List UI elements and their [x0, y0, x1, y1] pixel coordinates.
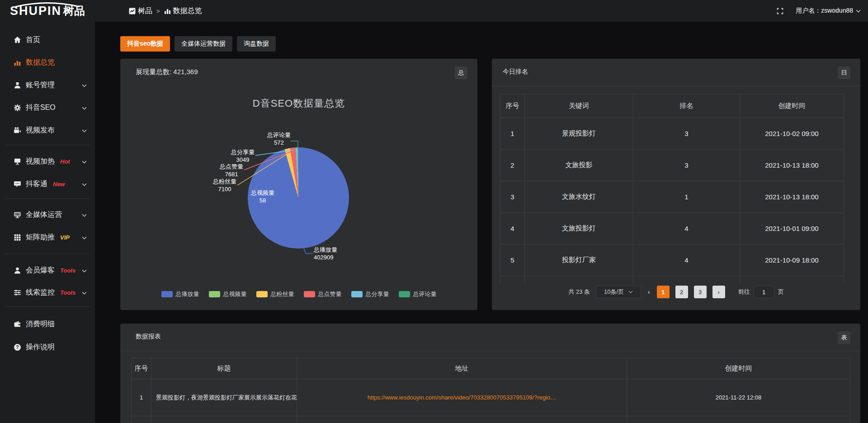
sidebar-item-data-overview[interactable]: 数据总览	[0, 51, 95, 74]
pie-label-shares: 总分享量 3049	[231, 148, 255, 164]
sidebar-item-home[interactable]: 首页	[0, 28, 95, 51]
sidebar-item-member-burst[interactable]: 会员爆客 Tools	[0, 259, 95, 282]
new-badge: New	[53, 181, 65, 188]
tab-douyin-seo[interactable]: 抖音seo数据	[120, 36, 170, 52]
user-menu[interactable]: 用户名：zswodun88	[796, 7, 861, 15]
sidebar-item-account[interactable]: 账号管理	[0, 74, 95, 96]
gear-icon	[14, 104, 21, 112]
fullscreen-icon[interactable]	[776, 7, 784, 15]
tab-omnimedia-data[interactable]: 全媒体运营数据	[175, 36, 232, 52]
sidebar-item-omnimedia[interactable]: 全媒体运营	[0, 203, 95, 226]
legend-item-likes[interactable]: 总点赞量	[304, 290, 342, 298]
pagination: 共 23 条 10条/页 ‹ 1 2 3 › 前往 页	[492, 286, 860, 298]
data-report-card: 数据报表 表 序号 标题 地址 创建时间 1 景观投影灯，夜游景观投影灯厂家展示…	[120, 324, 860, 423]
breadcrumb-separator: >	[156, 8, 160, 14]
table-row: 1 景观投影灯，夜游景观投影灯厂家展示展示落花灯在花园里的灯光投影应用效果 # …	[132, 379, 850, 416]
table-header-row: 序号 标题 地址 创建时间	[132, 358, 850, 379]
app-logo[interactable]: SHUPIN 树品	[10, 1, 100, 20]
page-button-3[interactable]: 3	[694, 286, 707, 298]
legend-swatch	[256, 291, 268, 297]
chevron-down-icon	[82, 81, 87, 89]
next-page-button[interactable]: ›	[712, 286, 725, 298]
impressions-total: 展现量总数: 421,369	[136, 68, 198, 76]
sidebar-divider	[5, 145, 90, 145]
page-button-2[interactable]: 2	[675, 286, 688, 298]
sidebar-item-consumption[interactable]: 消费明细	[0, 313, 95, 335]
day-view-badge[interactable]: 日	[838, 66, 850, 79]
goto-label: 前往	[738, 288, 750, 296]
sidebar-item-douketong[interactable]: 抖客通 New	[0, 173, 95, 195]
pie-label-plays: 总播放量 402909	[314, 246, 337, 261]
chevron-down-icon	[82, 233, 87, 241]
data-tabs: 抖音seo数据 全媒体运营数据 询盘数据	[120, 36, 276, 52]
legend-item-shares[interactable]: 总分享量	[351, 290, 389, 298]
pie-label-videos: 总视频量 58	[251, 189, 274, 204]
breadcrumb-current[interactable]: 数据总览	[164, 6, 202, 16]
trend-chart-icon	[129, 8, 136, 14]
page-size-select[interactable]: 10条/页	[596, 286, 641, 298]
seo-chart-card: 展现量总数: 421,369 总 D音SEO数据量总览 总评论量 572 总分享…	[120, 59, 477, 310]
chevron-down-icon	[82, 103, 87, 112]
table-row: 3 文旅水纹灯 1 2021-10-13 18:00	[500, 181, 844, 213]
chevron-down-icon	[82, 126, 87, 134]
chevron-down-icon	[82, 288, 87, 296]
breadcrumb-home[interactable]: 树品	[129, 6, 152, 16]
table-header-row: 序号 关键词 排名 创建时间	[500, 94, 844, 118]
hot-badge: Hot	[60, 158, 70, 165]
sidebar-item-lead-monitor[interactable]: 线索监控 Tools	[0, 281, 95, 304]
wallet-icon	[14, 320, 21, 328]
member-icon	[14, 267, 21, 274]
legend-swatch	[304, 291, 315, 297]
ranking-table: 序号 关键词 排名 创建时间 1 景观投影灯 3 2021-10-02 09:0…	[500, 94, 844, 284]
divider	[120, 351, 860, 351]
tools-badge: Tools	[60, 267, 75, 274]
legend-item-fans[interactable]: 总粉丝量	[256, 290, 294, 298]
legend-item-comments[interactable]: 总评论量	[399, 290, 437, 298]
sidebar-item-douyin-seo[interactable]: 抖音SEO	[0, 96, 95, 119]
ranking-title: 今日排名	[503, 68, 528, 76]
chevron-down-icon	[82, 157, 87, 165]
vip-badge: VIP	[60, 234, 70, 241]
total-view-badge[interactable]: 总	[455, 66, 467, 79]
video-camera-icon	[14, 127, 21, 134]
sidebar-item-matrix-boost[interactable]: 矩阵助推 VIP	[0, 226, 95, 249]
sidebar-item-video-publish[interactable]: 视频发布	[0, 119, 95, 141]
legend-item-videos[interactable]: 总视频量	[209, 290, 247, 298]
prev-page-button[interactable]: ‹	[647, 288, 651, 296]
sidebar-item-help[interactable]: ? 操作说明	[0, 336, 95, 358]
report-title: 数据报表	[136, 333, 161, 341]
legend-item-plays[interactable]: 总播放量	[161, 290, 199, 298]
legend-swatch	[399, 291, 410, 297]
video-url-link[interactable]: https://www.iesdouyin.com/share/video/70…	[297, 379, 627, 416]
sidebar-divider	[5, 198, 90, 199]
grid-icon	[14, 234, 21, 241]
tab-inquiry-data[interactable]: 询盘数据	[237, 36, 276, 52]
goto-page-input[interactable]	[754, 286, 774, 298]
pie-label-likes: 总点赞量 7681	[220, 163, 243, 178]
user-icon	[14, 81, 21, 89]
ranking-table-wrap: 序号 关键词 排名 创建时间 1 景观投影灯 3 2021-10-02 09:0…	[500, 94, 844, 284]
screen-icon	[14, 158, 21, 165]
pie-label-fans: 总粉丝量 7100	[213, 178, 236, 193]
chart-title: D音SEO数据量总览	[120, 97, 477, 110]
chevron-down-icon	[82, 180, 87, 188]
tools-badge: Tools	[60, 289, 75, 296]
table-view-badge[interactable]: 表	[838, 331, 850, 344]
page-button-1[interactable]: 1	[657, 286, 670, 298]
table-row-partial	[132, 416, 850, 423]
table-row: 4 文旅投影灯 4 2021-10-01 09:00	[500, 213, 844, 244]
sidebar-divider	[5, 306, 90, 307]
sidebar: 首页 数据总览 账号管理	[0, 22, 95, 423]
table-row: 1 景观投影灯 3 2021-10-02 09:00	[500, 118, 844, 150]
logo-arc-icon	[14, 2, 81, 7]
chevron-down-icon	[82, 266, 87, 274]
sidebar-item-video-heat[interactable]: 视频加热 Hot	[0, 150, 95, 173]
table-row: 5 投影灯厂家 4 2021-10-09 18:00	[500, 244, 844, 276]
pie-label-comments: 总评论量 572	[267, 131, 291, 146]
bar-chart-icon	[14, 59, 21, 66]
legend-swatch	[161, 291, 173, 297]
chart-legend: 总播放量 总视频量 总粉丝量 总点赞量 总分享量 总评论量	[120, 290, 477, 298]
home-icon	[14, 36, 21, 44]
breadcrumb: 树品 > 数据总览	[129, 0, 202, 22]
goto-page-group: 前往 页	[738, 286, 784, 298]
